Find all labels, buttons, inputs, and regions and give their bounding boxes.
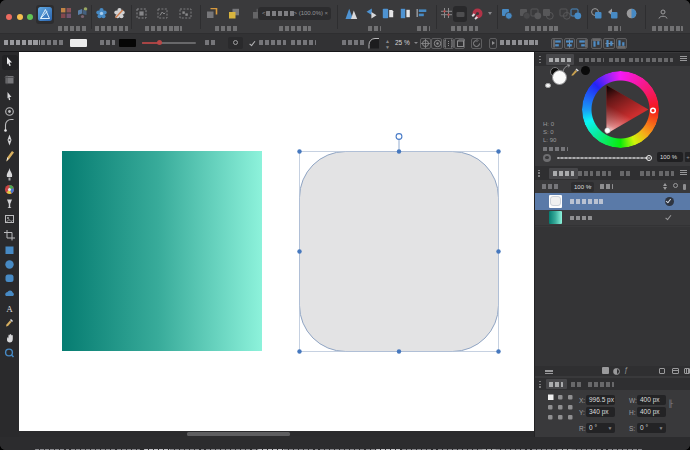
svg-text:A: A <box>6 304 13 314</box>
